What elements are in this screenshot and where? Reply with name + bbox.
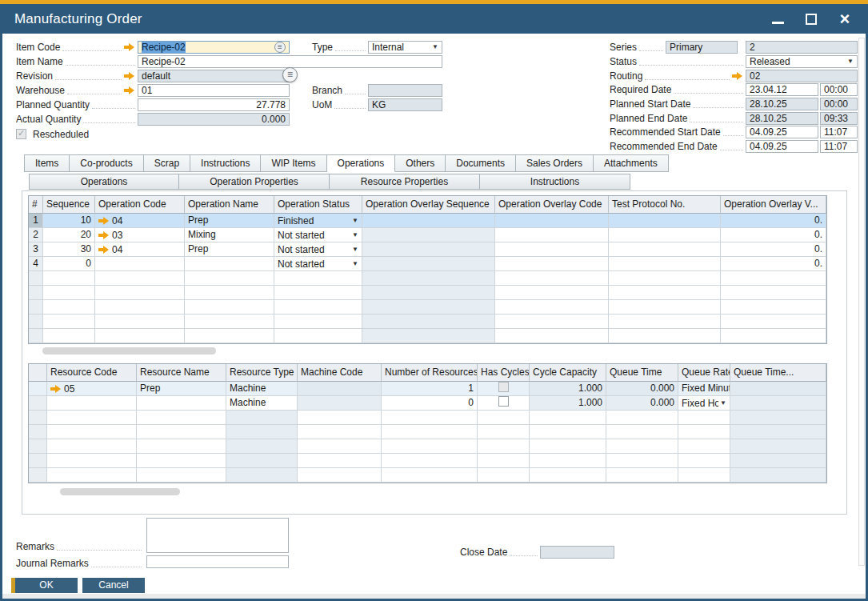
has-cycles-cell[interactable] [478, 396, 530, 411]
operations-empty-row[interactable] [29, 329, 826, 343]
link-arrow-icon[interactable] [732, 72, 742, 79]
series-name-field[interactable]: Primary [666, 41, 738, 54]
tab-instructions[interactable]: Instructions [190, 154, 261, 172]
overlay-code-cell[interactable] [495, 242, 609, 257]
has-cycles-cell[interactable] [478, 382, 530, 396]
tab-documents[interactable]: Documents [446, 154, 516, 172]
revision-field[interactable]: default [138, 70, 290, 82]
tab-operations[interactable]: Operations [327, 154, 396, 172]
planned-end-date-field[interactable]: 28.10.25 [746, 112, 818, 125]
close-icon[interactable]: × [836, 10, 854, 28]
column-header-machine-code[interactable]: Machine Code [298, 364, 382, 382]
resources-empty-row[interactable] [29, 425, 826, 439]
close-date-field[interactable] [540, 546, 614, 559]
maximize-icon[interactable] [802, 10, 820, 28]
link-arrow-icon[interactable] [50, 385, 61, 392]
warehouse-field[interactable]: 01 [138, 84, 290, 97]
operation-code-cell[interactable] [95, 257, 185, 271]
subtab-instructions[interactable]: Instructions [480, 174, 630, 190]
test-protocol-cell[interactable] [609, 257, 721, 271]
machine-code-cell[interactable] [298, 396, 382, 411]
link-arrow-icon[interactable] [124, 43, 134, 50]
operation-code-cell[interactable]: 04 [95, 242, 185, 257]
column-header-operation-code[interactable]: Operation Code [95, 196, 185, 214]
actual-quantity-field[interactable]: 0.000 [138, 113, 290, 126]
subtab-resource-properties[interactable]: Resource Properties [330, 174, 480, 190]
recommended-end-time-field[interactable]: 11:07 [820, 140, 858, 153]
tab-items[interactable]: Items [24, 154, 70, 172]
resources-empty-row[interactable] [29, 439, 826, 454]
column-header-sequence[interactable]: Sequence [43, 196, 95, 214]
column-header-blank[interactable] [29, 364, 47, 382]
choose-from-list-icon[interactable]: ≡ [274, 42, 286, 53]
recommended-end-date-field[interactable]: 04.09.25 [746, 140, 818, 153]
tab-attachments[interactable]: Attachments [594, 154, 669, 172]
item-code-field[interactable]: Recipe-02 ≡ [138, 41, 290, 54]
operations-empty-row[interactable] [29, 286, 826, 300]
overlay-value-cell[interactable]: 0. [721, 257, 826, 271]
subtab-operation-properties[interactable]: Operation Properties [179, 174, 330, 190]
choose-from-list-button[interactable]: ≡ [282, 67, 298, 82]
operations-empty-row[interactable] [29, 315, 826, 329]
column-header-overlay-code[interactable]: Operation Overlay Code [495, 196, 609, 214]
overlay-sequence-cell[interactable] [362, 214, 495, 228]
operations-row-1[interactable]: 1 10 04 Prep Finished▼ 0. [29, 214, 826, 228]
journal-remarks-input[interactable] [146, 555, 289, 568]
test-protocol-cell[interactable] [609, 228, 721, 242]
has-cycles-checkbox[interactable] [498, 396, 509, 407]
resources-row-1[interactable]: 05 Prep Machine 1 1.000 0.000 Fixed Minu… [29, 382, 826, 396]
minimize-icon[interactable] [769, 10, 786, 28]
required-time-field[interactable]: 00:00 [820, 83, 858, 96]
link-arrow-icon[interactable] [98, 231, 109, 238]
status-dropdown[interactable]: Released ▼ [746, 55, 858, 68]
has-cycles-checkbox[interactable] [498, 382, 509, 392]
dropdown-icon[interactable]: ▼ [432, 42, 438, 53]
resource-name-cell[interactable] [137, 396, 226, 411]
column-header-resource-name[interactable]: Resource Name [137, 364, 226, 382]
column-header-cycle-capacity[interactable]: Cycle Capacity [530, 364, 606, 382]
resources-row-2[interactable]: Machine 0 1.000 0.000 Fixed Hours▼ [29, 396, 826, 411]
operations-empty-row[interactable] [29, 300, 826, 315]
sequence-cell[interactable]: 20 [43, 228, 95, 242]
operation-code-cell[interactable]: 04 [95, 214, 185, 228]
operations-horizontal-scrollbar[interactable] [42, 347, 216, 355]
planned-start-date-field[interactable]: 28.10.25 [746, 98, 818, 110]
column-header-queue-time-2[interactable]: Queue Time... [730, 364, 826, 382]
column-header-test-protocol[interactable]: Test Protocol No. [609, 196, 721, 214]
overlay-sequence-cell[interactable] [362, 242, 495, 257]
operation-name-cell[interactable] [185, 257, 274, 271]
dropdown-icon[interactable]: ▼ [352, 258, 358, 270]
item-name-field[interactable]: Recipe-02 [138, 55, 442, 68]
machine-code-cell[interactable] [298, 382, 382, 396]
remarks-textarea[interactable] [146, 518, 289, 553]
required-date-field[interactable]: 23.04.12 [746, 83, 818, 96]
resources-empty-row[interactable] [29, 454, 826, 468]
resource-code-cell[interactable] [47, 396, 137, 411]
planned-start-time-field[interactable]: 00:00 [820, 98, 858, 110]
sequence-cell[interactable]: 30 [43, 242, 95, 257]
ok-button[interactable]: OK [11, 578, 78, 593]
operations-row-2[interactable]: 2 20 03 Mixing Not started▼ 0. [29, 228, 826, 242]
routing-field[interactable]: 02 [746, 70, 858, 82]
dropdown-icon[interactable]: ▼ [352, 243, 358, 256]
column-header-operation-name[interactable]: Operation Name [185, 196, 274, 214]
type-dropdown[interactable]: Internal ▼ [368, 41, 442, 54]
link-arrow-icon[interactable] [98, 217, 109, 224]
queue-time-2-cell[interactable] [730, 382, 826, 396]
cancel-button[interactable]: Cancel [82, 578, 145, 593]
tab-scrap[interactable]: Scrap [144, 154, 190, 172]
dropdown-icon[interactable]: ▼ [352, 214, 358, 227]
overlay-sequence-cell[interactable] [362, 257, 495, 271]
test-protocol-cell[interactable] [609, 214, 721, 228]
column-header-operation-status[interactable]: Operation Status [274, 196, 362, 214]
column-header-resource-type[interactable]: Resource Type [226, 364, 298, 382]
tab-wip-items[interactable]: WIP Items [261, 154, 326, 172]
overlay-code-cell[interactable] [495, 257, 609, 271]
column-header-resource-code[interactable]: Resource Code [47, 364, 137, 382]
operation-code-cell[interactable]: 03 [95, 228, 185, 242]
link-arrow-icon[interactable] [98, 246, 109, 253]
recommended-start-date-field[interactable]: 04.09.25 [746, 126, 818, 138]
queue-time-cell[interactable]: 0.000 [606, 396, 678, 411]
cycle-capacity-cell[interactable]: 1.000 [530, 382, 606, 396]
operations-row-3[interactable]: 3 30 04 Prep Not started▼ 0. [29, 242, 826, 257]
